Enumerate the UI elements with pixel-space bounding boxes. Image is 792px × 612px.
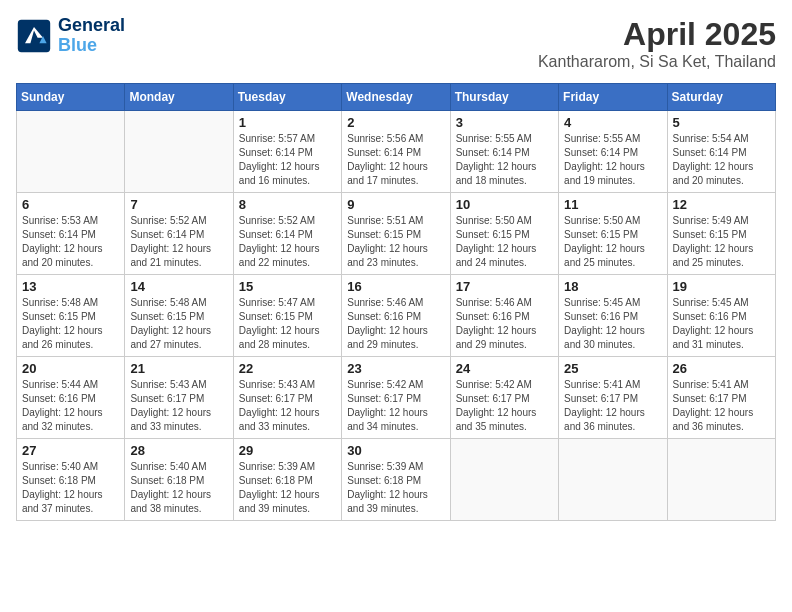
- day-number: 12: [673, 197, 770, 212]
- calendar-cell: 11Sunrise: 5:50 AM Sunset: 6:15 PM Dayli…: [559, 193, 667, 275]
- svg-rect-0: [18, 20, 50, 52]
- day-number: 10: [456, 197, 553, 212]
- calendar-cell: 12Sunrise: 5:49 AM Sunset: 6:15 PM Dayli…: [667, 193, 775, 275]
- day-info: Sunrise: 5:50 AM Sunset: 6:15 PM Dayligh…: [564, 214, 661, 270]
- calendar-cell: 14Sunrise: 5:48 AM Sunset: 6:15 PM Dayli…: [125, 275, 233, 357]
- day-info: Sunrise: 5:51 AM Sunset: 6:15 PM Dayligh…: [347, 214, 444, 270]
- logo-line2: Blue: [58, 35, 97, 55]
- day-number: 5: [673, 115, 770, 130]
- calendar-cell: [17, 111, 125, 193]
- weekday-header-wednesday: Wednesday: [342, 84, 450, 111]
- calendar-cell: 25Sunrise: 5:41 AM Sunset: 6:17 PM Dayli…: [559, 357, 667, 439]
- calendar-cell: 15Sunrise: 5:47 AM Sunset: 6:15 PM Dayli…: [233, 275, 341, 357]
- day-number: 25: [564, 361, 661, 376]
- calendar-cell: 27Sunrise: 5:40 AM Sunset: 6:18 PM Dayli…: [17, 439, 125, 521]
- day-number: 30: [347, 443, 444, 458]
- weekday-header-row: SundayMondayTuesdayWednesdayThursdayFrid…: [17, 84, 776, 111]
- day-number: 7: [130, 197, 227, 212]
- day-info: Sunrise: 5:45 AM Sunset: 6:16 PM Dayligh…: [564, 296, 661, 352]
- day-info: Sunrise: 5:46 AM Sunset: 6:16 PM Dayligh…: [456, 296, 553, 352]
- calendar-cell: 2Sunrise: 5:56 AM Sunset: 6:14 PM Daylig…: [342, 111, 450, 193]
- day-info: Sunrise: 5:40 AM Sunset: 6:18 PM Dayligh…: [22, 460, 119, 516]
- day-number: 15: [239, 279, 336, 294]
- calendar-cell: 3Sunrise: 5:55 AM Sunset: 6:14 PM Daylig…: [450, 111, 558, 193]
- day-number: 17: [456, 279, 553, 294]
- day-number: 14: [130, 279, 227, 294]
- day-info: Sunrise: 5:52 AM Sunset: 6:14 PM Dayligh…: [130, 214, 227, 270]
- calendar-cell: 24Sunrise: 5:42 AM Sunset: 6:17 PM Dayli…: [450, 357, 558, 439]
- day-number: 23: [347, 361, 444, 376]
- day-number: 1: [239, 115, 336, 130]
- calendar-cell: 23Sunrise: 5:42 AM Sunset: 6:17 PM Dayli…: [342, 357, 450, 439]
- day-info: Sunrise: 5:41 AM Sunset: 6:17 PM Dayligh…: [564, 378, 661, 434]
- week-row-2: 6Sunrise: 5:53 AM Sunset: 6:14 PM Daylig…: [17, 193, 776, 275]
- calendar-cell: 22Sunrise: 5:43 AM Sunset: 6:17 PM Dayli…: [233, 357, 341, 439]
- day-info: Sunrise: 5:48 AM Sunset: 6:15 PM Dayligh…: [130, 296, 227, 352]
- calendar-cell: 16Sunrise: 5:46 AM Sunset: 6:16 PM Dayli…: [342, 275, 450, 357]
- calendar-cell: 8Sunrise: 5:52 AM Sunset: 6:14 PM Daylig…: [233, 193, 341, 275]
- calendar-cell: 10Sunrise: 5:50 AM Sunset: 6:15 PM Dayli…: [450, 193, 558, 275]
- day-number: 18: [564, 279, 661, 294]
- weekday-header-monday: Monday: [125, 84, 233, 111]
- day-number: 20: [22, 361, 119, 376]
- calendar-cell: 9Sunrise: 5:51 AM Sunset: 6:15 PM Daylig…: [342, 193, 450, 275]
- logo-line1: General: [58, 16, 125, 36]
- day-info: Sunrise: 5:54 AM Sunset: 6:14 PM Dayligh…: [673, 132, 770, 188]
- calendar-cell: 21Sunrise: 5:43 AM Sunset: 6:17 PM Dayli…: [125, 357, 233, 439]
- day-number: 4: [564, 115, 661, 130]
- day-info: Sunrise: 5:53 AM Sunset: 6:14 PM Dayligh…: [22, 214, 119, 270]
- logo-icon: [16, 18, 52, 54]
- day-info: Sunrise: 5:47 AM Sunset: 6:15 PM Dayligh…: [239, 296, 336, 352]
- weekday-header-sunday: Sunday: [17, 84, 125, 111]
- day-number: 8: [239, 197, 336, 212]
- calendar-cell: 30Sunrise: 5:39 AM Sunset: 6:18 PM Dayli…: [342, 439, 450, 521]
- day-info: Sunrise: 5:40 AM Sunset: 6:18 PM Dayligh…: [130, 460, 227, 516]
- day-info: Sunrise: 5:42 AM Sunset: 6:17 PM Dayligh…: [347, 378, 444, 434]
- day-info: Sunrise: 5:48 AM Sunset: 6:15 PM Dayligh…: [22, 296, 119, 352]
- weekday-header-thursday: Thursday: [450, 84, 558, 111]
- logo: General Blue: [16, 16, 125, 56]
- calendar-cell: 7Sunrise: 5:52 AM Sunset: 6:14 PM Daylig…: [125, 193, 233, 275]
- calendar-cell: 28Sunrise: 5:40 AM Sunset: 6:18 PM Dayli…: [125, 439, 233, 521]
- day-info: Sunrise: 5:56 AM Sunset: 6:14 PM Dayligh…: [347, 132, 444, 188]
- day-info: Sunrise: 5:39 AM Sunset: 6:18 PM Dayligh…: [347, 460, 444, 516]
- day-info: Sunrise: 5:49 AM Sunset: 6:15 PM Dayligh…: [673, 214, 770, 270]
- calendar-cell: 20Sunrise: 5:44 AM Sunset: 6:16 PM Dayli…: [17, 357, 125, 439]
- day-info: Sunrise: 5:46 AM Sunset: 6:16 PM Dayligh…: [347, 296, 444, 352]
- weekday-header-tuesday: Tuesday: [233, 84, 341, 111]
- day-number: 9: [347, 197, 444, 212]
- week-row-1: 1Sunrise: 5:57 AM Sunset: 6:14 PM Daylig…: [17, 111, 776, 193]
- day-number: 22: [239, 361, 336, 376]
- subtitle: Kanthararom, Si Sa Ket, Thailand: [538, 53, 776, 71]
- day-number: 28: [130, 443, 227, 458]
- calendar-cell: 1Sunrise: 5:57 AM Sunset: 6:14 PM Daylig…: [233, 111, 341, 193]
- day-info: Sunrise: 5:41 AM Sunset: 6:17 PM Dayligh…: [673, 378, 770, 434]
- main-title: April 2025: [538, 16, 776, 53]
- day-info: Sunrise: 5:42 AM Sunset: 6:17 PM Dayligh…: [456, 378, 553, 434]
- day-info: Sunrise: 5:57 AM Sunset: 6:14 PM Dayligh…: [239, 132, 336, 188]
- day-info: Sunrise: 5:44 AM Sunset: 6:16 PM Dayligh…: [22, 378, 119, 434]
- day-number: 29: [239, 443, 336, 458]
- weekday-header-friday: Friday: [559, 84, 667, 111]
- day-number: 2: [347, 115, 444, 130]
- calendar-cell: [450, 439, 558, 521]
- week-row-3: 13Sunrise: 5:48 AM Sunset: 6:15 PM Dayli…: [17, 275, 776, 357]
- calendar-cell: [125, 111, 233, 193]
- week-row-5: 27Sunrise: 5:40 AM Sunset: 6:18 PM Dayli…: [17, 439, 776, 521]
- calendar-cell: 29Sunrise: 5:39 AM Sunset: 6:18 PM Dayli…: [233, 439, 341, 521]
- week-row-4: 20Sunrise: 5:44 AM Sunset: 6:16 PM Dayli…: [17, 357, 776, 439]
- weekday-header-saturday: Saturday: [667, 84, 775, 111]
- day-number: 19: [673, 279, 770, 294]
- title-block: April 2025 Kanthararom, Si Sa Ket, Thail…: [538, 16, 776, 71]
- calendar-cell: 6Sunrise: 5:53 AM Sunset: 6:14 PM Daylig…: [17, 193, 125, 275]
- day-info: Sunrise: 5:55 AM Sunset: 6:14 PM Dayligh…: [564, 132, 661, 188]
- day-number: 6: [22, 197, 119, 212]
- day-number: 27: [22, 443, 119, 458]
- day-info: Sunrise: 5:52 AM Sunset: 6:14 PM Dayligh…: [239, 214, 336, 270]
- day-info: Sunrise: 5:43 AM Sunset: 6:17 PM Dayligh…: [130, 378, 227, 434]
- day-number: 3: [456, 115, 553, 130]
- day-number: 24: [456, 361, 553, 376]
- day-number: 13: [22, 279, 119, 294]
- calendar-cell: 4Sunrise: 5:55 AM Sunset: 6:14 PM Daylig…: [559, 111, 667, 193]
- day-number: 21: [130, 361, 227, 376]
